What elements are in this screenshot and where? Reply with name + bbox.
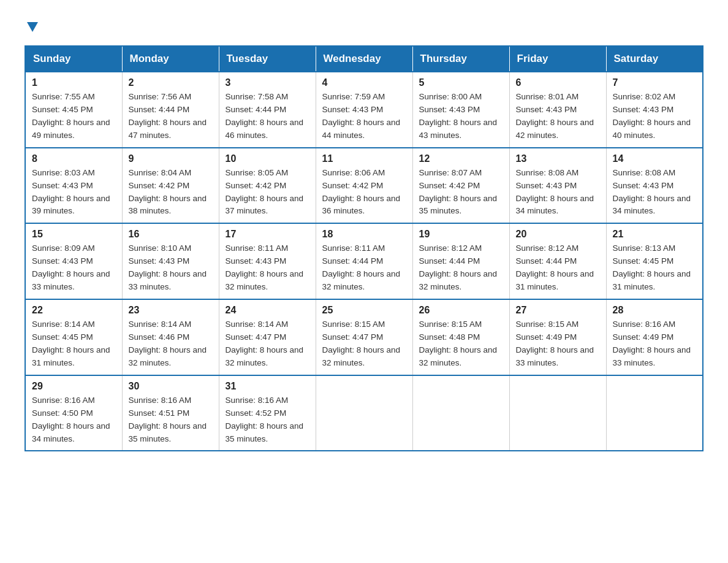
- day-number: 16: [129, 229, 213, 240]
- calendar-cell: 27 Sunrise: 8:15 AMSunset: 4:49 PMDaylig…: [509, 299, 606, 375]
- day-info: Sunrise: 8:15 AMSunset: 4:49 PMDaylight:…: [516, 318, 600, 370]
- calendar-cell: 21 Sunrise: 8:13 AMSunset: 4:45 PMDaylig…: [606, 223, 703, 299]
- calendar-cell: 29 Sunrise: 8:16 AMSunset: 4:50 PMDaylig…: [25, 375, 122, 451]
- day-info: Sunrise: 8:16 AMSunset: 4:51 PMDaylight:…: [129, 394, 213, 446]
- day-info: Sunrise: 8:01 AMSunset: 4:43 PMDaylight:…: [516, 91, 600, 142]
- day-number: 6: [516, 77, 600, 88]
- day-number: 26: [419, 305, 503, 316]
- calendar-cell: 4 Sunrise: 7:59 AMSunset: 4:43 PMDayligh…: [316, 72, 412, 148]
- day-info: Sunrise: 8:14 AMSunset: 4:46 PMDaylight:…: [129, 318, 213, 370]
- day-info: Sunrise: 8:00 AMSunset: 4:43 PMDaylight:…: [419, 91, 503, 142]
- calendar-cell: 25 Sunrise: 8:15 AMSunset: 4:47 PMDaylig…: [316, 299, 412, 375]
- day-info: Sunrise: 7:55 AMSunset: 4:45 PMDaylight:…: [32, 91, 116, 142]
- day-number: 18: [322, 229, 406, 240]
- weekday-header-thursday: Thursday: [412, 46, 509, 72]
- day-number: 10: [226, 153, 309, 164]
- calendar-cell: 30 Sunrise: 8:16 AMSunset: 4:51 PMDaylig…: [122, 375, 219, 451]
- calendar-cell: 31 Sunrise: 8:16 AMSunset: 4:52 PMDaylig…: [219, 375, 316, 451]
- weekday-header-wednesday: Wednesday: [316, 46, 412, 72]
- day-info: Sunrise: 8:07 AMSunset: 4:42 PMDaylight:…: [419, 167, 503, 218]
- calendar-cell: 20 Sunrise: 8:12 AMSunset: 4:44 PMDaylig…: [509, 223, 606, 299]
- calendar-cell: [606, 375, 703, 451]
- day-info: Sunrise: 8:16 AMSunset: 4:49 PMDaylight:…: [613, 318, 697, 370]
- day-number: 9: [129, 153, 213, 164]
- weekday-header-monday: Monday: [122, 46, 219, 72]
- calendar-cell: 3 Sunrise: 7:58 AMSunset: 4:44 PMDayligh…: [219, 72, 316, 148]
- calendar-cell: [316, 375, 412, 451]
- calendar-week-row: 1 Sunrise: 7:55 AMSunset: 4:45 PMDayligh…: [25, 72, 703, 148]
- calendar-table: SundayMondayTuesdayWednesdayThursdayFrid…: [25, 45, 703, 451]
- calendar-cell: 24 Sunrise: 8:14 AMSunset: 4:47 PMDaylig…: [219, 299, 316, 375]
- calendar-cell: 9 Sunrise: 8:04 AMSunset: 4:42 PMDayligh…: [122, 148, 219, 224]
- day-number: 23: [129, 305, 213, 316]
- calendar-cell: 19 Sunrise: 8:12 AMSunset: 4:44 PMDaylig…: [412, 223, 509, 299]
- calendar-cell: 5 Sunrise: 8:00 AMSunset: 4:43 PMDayligh…: [412, 72, 509, 148]
- day-number: 24: [226, 305, 309, 316]
- calendar-cell: 18 Sunrise: 8:11 AMSunset: 4:44 PMDaylig…: [316, 223, 412, 299]
- day-number: 29: [32, 381, 116, 392]
- weekday-header-tuesday: Tuesday: [219, 46, 316, 72]
- day-number: 28: [613, 305, 697, 316]
- calendar-cell: 13 Sunrise: 8:08 AMSunset: 4:43 PMDaylig…: [509, 148, 606, 224]
- weekday-header-row: SundayMondayTuesdayWednesdayThursdayFrid…: [25, 46, 703, 72]
- day-number: 13: [516, 153, 600, 164]
- day-info: Sunrise: 8:12 AMSunset: 4:44 PMDaylight:…: [419, 242, 503, 294]
- calendar-cell: 26 Sunrise: 8:15 AMSunset: 4:48 PMDaylig…: [412, 299, 509, 375]
- day-info: Sunrise: 8:11 AMSunset: 4:43 PMDaylight:…: [226, 242, 309, 294]
- day-number: 11: [322, 153, 406, 164]
- day-number: 31: [226, 381, 309, 392]
- day-number: 1: [32, 77, 116, 88]
- calendar-cell: 7 Sunrise: 8:02 AMSunset: 4:43 PMDayligh…: [606, 72, 703, 148]
- calendar-week-row: 29 Sunrise: 8:16 AMSunset: 4:50 PMDaylig…: [25, 375, 703, 451]
- day-info: Sunrise: 8:06 AMSunset: 4:42 PMDaylight:…: [322, 167, 406, 218]
- calendar-cell: 12 Sunrise: 8:07 AMSunset: 4:42 PMDaylig…: [412, 148, 509, 224]
- day-info: Sunrise: 7:56 AMSunset: 4:44 PMDaylight:…: [129, 91, 213, 142]
- day-info: Sunrise: 8:02 AMSunset: 4:43 PMDaylight:…: [613, 91, 697, 142]
- day-info: Sunrise: 8:05 AMSunset: 4:42 PMDaylight:…: [226, 167, 309, 218]
- day-info: Sunrise: 8:08 AMSunset: 4:43 PMDaylight:…: [516, 167, 600, 218]
- day-number: 7: [613, 77, 697, 88]
- svg-marker-0: [27, 22, 38, 32]
- day-info: Sunrise: 8:16 AMSunset: 4:52 PMDaylight:…: [226, 394, 309, 446]
- day-number: 20: [516, 229, 600, 240]
- logo: [25, 18, 39, 33]
- calendar-header: SundayMondayTuesdayWednesdayThursdayFrid…: [25, 46, 703, 72]
- day-info: Sunrise: 8:11 AMSunset: 4:44 PMDaylight:…: [322, 242, 406, 294]
- day-number: 15: [32, 229, 116, 240]
- weekday-header-saturday: Saturday: [606, 46, 703, 72]
- calendar-cell: 17 Sunrise: 8:11 AMSunset: 4:43 PMDaylig…: [219, 223, 316, 299]
- calendar-cell: 22 Sunrise: 8:14 AMSunset: 4:45 PMDaylig…: [25, 299, 122, 375]
- day-info: Sunrise: 8:15 AMSunset: 4:48 PMDaylight:…: [419, 318, 503, 370]
- day-info: Sunrise: 8:13 AMSunset: 4:45 PMDaylight:…: [613, 242, 697, 294]
- day-info: Sunrise: 8:08 AMSunset: 4:43 PMDaylight:…: [613, 167, 697, 218]
- calendar-week-row: 8 Sunrise: 8:03 AMSunset: 4:43 PMDayligh…: [25, 148, 703, 224]
- calendar-week-row: 22 Sunrise: 8:14 AMSunset: 4:45 PMDaylig…: [25, 299, 703, 375]
- day-info: Sunrise: 8:15 AMSunset: 4:47 PMDaylight:…: [322, 318, 406, 370]
- weekday-header-sunday: Sunday: [25, 46, 122, 72]
- calendar-cell: 11 Sunrise: 8:06 AMSunset: 4:42 PMDaylig…: [316, 148, 412, 224]
- day-info: Sunrise: 8:03 AMSunset: 4:43 PMDaylight:…: [32, 167, 116, 218]
- calendar-cell: 28 Sunrise: 8:16 AMSunset: 4:49 PMDaylig…: [606, 299, 703, 375]
- day-number: 5: [419, 77, 503, 88]
- day-info: Sunrise: 8:04 AMSunset: 4:42 PMDaylight:…: [129, 167, 213, 218]
- day-info: Sunrise: 8:10 AMSunset: 4:43 PMDaylight:…: [129, 242, 213, 294]
- calendar-cell: [412, 375, 509, 451]
- day-number: 2: [129, 77, 213, 88]
- calendar-cell: 16 Sunrise: 8:10 AMSunset: 4:43 PMDaylig…: [122, 223, 219, 299]
- calendar-cell: 23 Sunrise: 8:14 AMSunset: 4:46 PMDaylig…: [122, 299, 219, 375]
- day-number: 22: [32, 305, 116, 316]
- calendar-cell: 15 Sunrise: 8:09 AMSunset: 4:43 PMDaylig…: [25, 223, 122, 299]
- day-number: 27: [516, 305, 600, 316]
- day-info: Sunrise: 8:14 AMSunset: 4:47 PMDaylight:…: [226, 318, 309, 370]
- day-number: 21: [613, 229, 697, 240]
- calendar-week-row: 15 Sunrise: 8:09 AMSunset: 4:43 PMDaylig…: [25, 223, 703, 299]
- day-number: 30: [129, 381, 213, 392]
- day-number: 25: [322, 305, 406, 316]
- day-info: Sunrise: 8:09 AMSunset: 4:43 PMDaylight:…: [32, 242, 116, 294]
- calendar-body: 1 Sunrise: 7:55 AMSunset: 4:45 PMDayligh…: [25, 72, 703, 451]
- day-number: 4: [322, 77, 406, 88]
- calendar-cell: 10 Sunrise: 8:05 AMSunset: 4:42 PMDaylig…: [219, 148, 316, 224]
- calendar-cell: [509, 375, 606, 451]
- calendar-cell: 8 Sunrise: 8:03 AMSunset: 4:43 PMDayligh…: [25, 148, 122, 224]
- day-info: Sunrise: 7:58 AMSunset: 4:44 PMDaylight:…: [226, 91, 309, 142]
